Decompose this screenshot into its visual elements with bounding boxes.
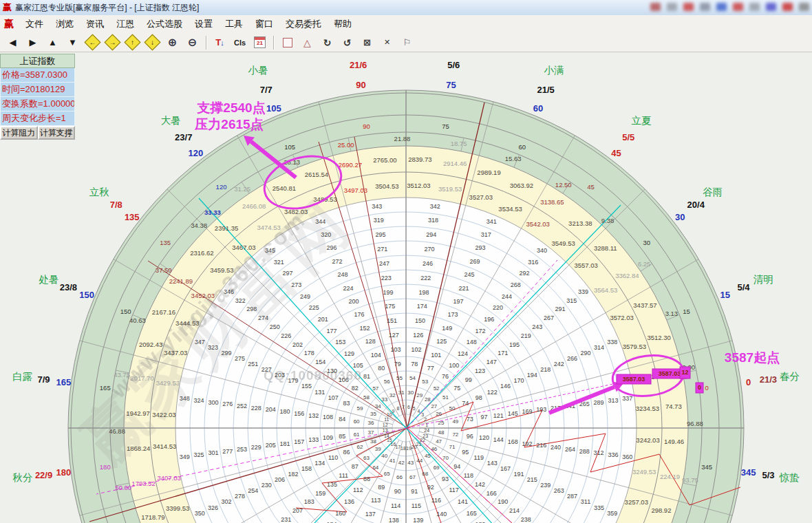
nav-down-icon[interactable]: ▼ (63, 34, 82, 51)
svg-text:158: 158 (301, 465, 312, 472)
svg-text:119: 119 (474, 454, 484, 461)
menu-item-3[interactable]: 江恩 (110, 17, 140, 32)
svg-text:77: 77 (427, 365, 434, 372)
svg-text:179: 179 (288, 377, 298, 384)
svg-text:120: 120 (189, 148, 204, 158)
svg-text:30: 30 (407, 389, 414, 396)
gann-wheel-svg[interactable]: 赢家财富网www.yingjia360.comQQ:10080036012345… (0, 52, 812, 523)
svg-text:224: 224 (343, 285, 353, 292)
svg-text:238: 238 (521, 516, 531, 523)
rotate-cw-icon[interactable]: ↻ (318, 34, 336, 51)
calendar-icon[interactable]: 21 (250, 34, 269, 51)
menu-item-0[interactable]: 文件 (19, 17, 50, 32)
svg-text:38: 38 (370, 438, 376, 445)
svg-text:227: 227 (261, 366, 272, 373)
shift-down-icon[interactable]: ↓ (143, 34, 162, 51)
svg-text:小暑: 小暑 (248, 65, 268, 76)
svg-text:31: 31 (398, 389, 405, 396)
svg-text:1: 1 (425, 423, 428, 427)
flag-icon[interactable]: ⚐ (398, 34, 416, 51)
svg-text:73: 73 (467, 416, 473, 423)
svg-text:216: 216 (536, 442, 546, 449)
svg-text:195: 195 (509, 341, 520, 348)
svg-text:317: 317 (481, 231, 491, 238)
svg-text:166: 166 (487, 490, 497, 497)
square-tool-icon[interactable] (278, 34, 297, 51)
svg-text:76: 76 (442, 373, 449, 380)
svg-text:134: 134 (314, 460, 325, 467)
svg-text:194: 194 (527, 372, 537, 378)
svg-text:145: 145 (508, 410, 518, 417)
svg-text:45: 45 (587, 183, 595, 191)
panel-row-0: 价格=3587.0300 (0, 68, 75, 83)
svg-text:350: 350 (195, 510, 205, 517)
menu-item-2[interactable]: 资讯 (80, 17, 110, 32)
svg-text:3213.38: 3213.38 (568, 220, 592, 227)
svg-text:64: 64 (372, 465, 378, 471)
calc-support-button[interactable]: 计算支撑 (38, 126, 76, 140)
svg-text:176: 176 (354, 311, 365, 318)
svg-text:336: 336 (608, 451, 618, 458)
svg-text:5/5: 5/5 (622, 132, 634, 142)
menu-item-8[interactable]: 交易委托 (279, 17, 328, 32)
blurred-icon (782, 3, 793, 11)
svg-text:18.75: 18.75 (451, 140, 467, 147)
svg-text:298: 298 (246, 306, 257, 312)
svg-text:240: 240 (551, 444, 561, 451)
svg-text:147: 147 (487, 359, 497, 365)
svg-text:127: 127 (389, 332, 399, 339)
nav-left-icon[interactable]: ◀ (3, 34, 22, 51)
svg-text:秋分: 秋分 (12, 472, 33, 483)
menu-item-1[interactable]: 浏览 (50, 17, 80, 32)
triangle-tool-icon[interactable]: △ (298, 34, 317, 51)
svg-text:325: 325 (194, 451, 204, 458)
svg-text:135: 135 (125, 212, 140, 222)
menu-item-6[interactable]: 工具 (219, 17, 249, 32)
svg-text:324: 324 (194, 397, 204, 404)
svg-text:288: 288 (579, 448, 590, 455)
svg-text:2092.43: 2092.43 (139, 341, 162, 348)
zoom-in-icon[interactable]: ⊕ (163, 34, 182, 51)
svg-text:180: 180 (100, 463, 111, 471)
gann-wheel-chart[interactable]: 赢家财富网www.yingjia360.comQQ:10080036012345… (0, 52, 812, 523)
shift-left-icon[interactable]: ← (83, 34, 102, 51)
fit-x-icon[interactable]: ✕ (378, 34, 396, 51)
menu-item-7[interactable]: 窗口 (249, 17, 279, 32)
svg-text:40.63: 40.63 (129, 317, 146, 324)
svg-text:289: 289 (594, 399, 604, 406)
svg-text:9: 9 (392, 409, 394, 414)
svg-text:15: 15 (683, 308, 690, 315)
svg-text:171: 171 (498, 350, 508, 356)
menu-item-9[interactable]: 帮助 (328, 17, 358, 32)
svg-text:2765.00: 2765.00 (373, 156, 396, 164)
svg-text:3437.03: 3437.03 (164, 349, 187, 356)
svg-text:46.88: 46.88 (109, 427, 125, 435)
svg-text:44: 44 (416, 458, 423, 464)
svg-text:春分: 春分 (780, 371, 800, 382)
toolbar: ◀▶▲▼←→↑↓⊕⊖T↓Cls21△↻↺⊠✕⚐ (0, 33, 812, 52)
svg-text:149.46: 149.46 (664, 438, 684, 445)
cls-icon[interactable]: Cls (231, 34, 249, 51)
svg-text:2466.08: 2466.08 (242, 202, 266, 210)
svg-text:349: 349 (180, 453, 190, 460)
shift-right-icon[interactable]: → (103, 34, 122, 51)
calc-resistance-button[interactable]: 计算阻力 (0, 126, 38, 140)
svg-text:59: 59 (357, 405, 363, 412)
nav-right-icon[interactable]: ▶ (23, 34, 42, 51)
rotate-ccw-icon[interactable]: ↺ (338, 34, 356, 51)
svg-text:287: 287 (567, 493, 577, 500)
svg-text:151: 151 (387, 317, 397, 324)
menu-item-4[interactable]: 公式选股 (140, 17, 189, 32)
svg-text:243: 243 (532, 323, 542, 330)
nav-up-icon[interactable]: ▲ (43, 34, 62, 51)
svg-text:113: 113 (371, 497, 381, 504)
svg-text:190: 190 (498, 498, 508, 505)
t-down-icon[interactable]: T↓ (211, 34, 229, 51)
svg-text:0: 0 (698, 384, 701, 391)
zoom-out-icon[interactable]: ⊖ (183, 34, 202, 51)
svg-text:299: 299 (221, 350, 231, 356)
shift-up-icon[interactable]: ↑ (123, 34, 142, 51)
svg-text:326: 326 (208, 504, 218, 511)
menu-item-5[interactable]: 设置 (189, 17, 219, 32)
box-x-icon[interactable]: ⊠ (358, 34, 376, 51)
